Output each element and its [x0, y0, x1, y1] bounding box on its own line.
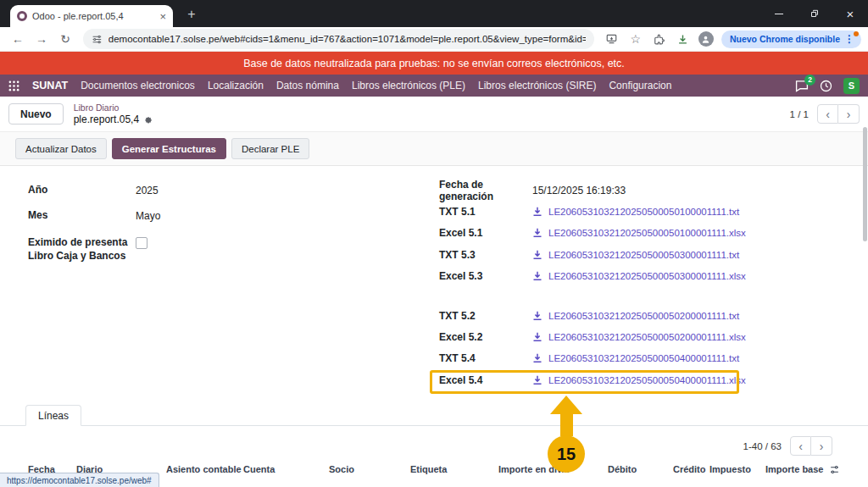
eximido-checkbox[interactable]	[136, 237, 147, 249]
download-icon[interactable]	[532, 271, 542, 281]
column-header-etiqueta[interactable]: Etiqueta	[410, 464, 447, 474]
nav-item-configuracion[interactable]: Configuracion	[609, 80, 671, 91]
messages-button[interactable]: 2	[795, 80, 809, 92]
mes-value[interactable]: Mayo	[136, 210, 160, 222]
extensions-icon[interactable]	[648, 29, 670, 49]
breadcrumb-parent-link[interactable]: Libro Diario	[74, 102, 153, 113]
close-icon: ×	[847, 7, 854, 21]
odoo-navbar: SUNAT Documentos electronicos Localizaci…	[0, 75, 868, 97]
notebook-divider	[0, 425, 868, 426]
lines-pager-next-button[interactable]: ›	[811, 436, 832, 456]
file-label: Excel 5.3	[439, 270, 532, 282]
chrome-update-button[interactable]: Nuevo Chrome disponible ⋮	[721, 30, 861, 48]
nav-item-documentos-electronicos[interactable]: Documentos electronicos	[81, 80, 195, 91]
minimize-button[interactable]	[761, 0, 797, 27]
file-label: TXT 5.2	[439, 310, 532, 322]
form-statusbar: Actualizar Datos Generar Estructuras Dec…	[0, 132, 868, 166]
person-icon	[701, 35, 710, 44]
file-link[interactable]: LE2060531032120250500050300001111.txt	[548, 250, 739, 260]
new-tab-button[interactable]: +	[183, 6, 200, 23]
address-bar[interactable]: democontable17.solse.pe/web#cids=1&menu_…	[83, 29, 594, 49]
tab-lineas[interactable]: Líneas	[25, 405, 81, 426]
column-header-socio[interactable]: Socio	[329, 464, 354, 474]
new-record-button[interactable]: Nuevo	[8, 103, 64, 125]
nav-item-datos-nomina[interactable]: Datos nómina	[276, 80, 339, 91]
user-avatar[interactable]: S	[843, 78, 860, 94]
send-to-device-icon[interactable]	[601, 29, 623, 49]
top-pager-previous-button[interactable]: ‹	[817, 104, 838, 124]
file-link[interactable]: LE2060531032120250500050300001111.xlsx	[548, 271, 746, 281]
restore-button[interactable]	[797, 0, 832, 27]
file-row-excel-5-3: Excel 5.3 LE2060531032120250500050300001…	[439, 266, 746, 287]
file-row-excel-5-2: Excel 5.2 LE2060531032120250500050200001…	[439, 326, 746, 347]
forward-button[interactable]: →	[31, 29, 53, 49]
app-brand[interactable]: SUNAT	[32, 80, 68, 91]
browser-profile-avatar[interactable]	[698, 31, 714, 47]
back-button[interactable]: ←	[7, 29, 29, 49]
actualizar-datos-button[interactable]: Actualizar Datos	[15, 138, 107, 159]
highlight-box	[430, 370, 739, 394]
column-header-asiento-contable[interactable]: Asiento contable	[166, 464, 242, 474]
download-icon[interactable]	[532, 353, 542, 363]
nav-item-libros-sire[interactable]: Libros electrónicos (SIRE)	[478, 80, 596, 91]
eximido-label: Eximido de presenta Libro Caja y Bancos	[28, 236, 136, 263]
tab-title: Odoo - ple.report.05,4	[32, 11, 154, 21]
lines-pager-previous-button[interactable]: ‹	[790, 436, 811, 456]
download-icon[interactable]	[532, 250, 542, 260]
download-icon[interactable]	[532, 311, 542, 321]
window-controls: ×	[761, 0, 868, 27]
lines-pager-text: 1-40 / 63	[743, 441, 782, 451]
file-link[interactable]: LE2060531032120250500050200001111.xlsx	[548, 332, 746, 342]
column-header-cuenta[interactable]: Cuenta	[243, 464, 275, 474]
close-button[interactable]: ×	[832, 0, 868, 27]
annotation-arrow-stem	[560, 413, 573, 436]
activities-button[interactable]	[820, 80, 832, 92]
column-header-importe-base[interactable]: Importe base	[765, 464, 823, 474]
neutralized-banner: Base de datos neutralizada para pruebas:…	[0, 52, 868, 75]
navbar-systray: 2 S	[795, 78, 860, 94]
minimize-icon	[775, 14, 783, 14]
browser-titlebar: Odoo - ple.report.05,4 × + ×	[0, 0, 868, 27]
file-link[interactable]: LE2060531032120250500050200001111.txt	[548, 311, 739, 321]
file-link[interactable]: LE2060531032120250500050400001111.txt	[548, 353, 739, 363]
nav-item-localizacion[interactable]: Localización	[208, 80, 264, 91]
field-mes: Mes Mayo	[28, 203, 299, 229]
url-text[interactable]: democontable17.solse.pe/web#cids=1&menu_…	[108, 34, 586, 44]
browser-toolbar: ← → ↻ democontable17.solse.pe/web#cids=1…	[0, 27, 868, 52]
field-eximido: Eximido de presenta Libro Caja y Bancos	[28, 229, 299, 263]
breadcrumb-current: ple.report.05,4	[74, 113, 139, 125]
file-row-excel-5-1: Excel 5.1 LE2060531032120250500050100001…	[439, 223, 746, 244]
reload-button[interactable]: ↻	[54, 29, 76, 49]
column-header-debito[interactable]: Débito	[608, 464, 637, 474]
optional-columns-icon[interactable]	[829, 463, 840, 479]
tab-close-icon[interactable]: ×	[159, 11, 166, 22]
fecha-generacion-value: 15/12/2025 16:19:33	[532, 185, 626, 196]
fecha-generacion-label: Fecha de generación	[439, 179, 532, 202]
status-bubble: https://democontable17.solse.pe/web#	[0, 473, 159, 487]
file-link[interactable]: LE2060531032120250500050100001111.txt	[548, 207, 739, 217]
download-icon[interactable]	[532, 207, 542, 217]
downloads-icon[interactable]	[672, 29, 694, 49]
top-pager-text: 1 / 1	[790, 109, 809, 119]
form-right-column: Fecha de generación 15/12/2025 16:19:33 …	[439, 180, 746, 391]
site-settings-icon[interactable]	[92, 34, 103, 45]
anio-label: Año	[28, 184, 136, 197]
nav-item-libros-ple[interactable]: Libros electrónicos (PLE)	[352, 80, 465, 91]
bookmark-star-icon[interactable]: ☆	[625, 29, 647, 49]
download-icon[interactable]	[532, 332, 542, 342]
file-link[interactable]: LE2060531032120250500050100001111.xlsx	[548, 228, 746, 238]
download-icon[interactable]	[532, 228, 542, 238]
generar-estructuras-button[interactable]: Generar Estructuras	[112, 138, 226, 159]
anio-value[interactable]: 2025	[136, 185, 159, 196]
column-header-impuesto[interactable]: Impuesto	[709, 464, 751, 474]
lines-pager: 1-40 / 63 ‹ ›	[743, 436, 832, 456]
gear-icon[interactable]	[143, 114, 153, 124]
top-pager: 1 / 1 ‹ ›	[790, 104, 860, 124]
top-pager-next-button[interactable]: ›	[838, 104, 860, 124]
apps-menu-button[interactable]	[8, 80, 19, 91]
declarar-ple-button[interactable]: Declarar PLE	[231, 138, 309, 159]
scrollbar-thumb[interactable]	[863, 127, 867, 241]
neutralized-banner-text: Base de datos neutralizada para pruebas:…	[243, 58, 625, 69]
column-header-credito[interactable]: Crédito	[673, 464, 706, 474]
browser-tab[interactable]: Odoo - ple.report.05,4 ×	[10, 5, 173, 27]
